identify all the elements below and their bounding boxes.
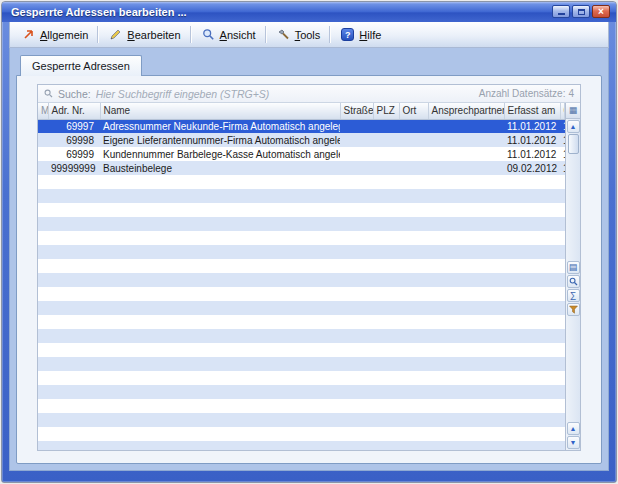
tab-gesperrte-adressen[interactable]: Gesperrte Adressen: [20, 55, 142, 76]
cell-m: [38, 119, 48, 133]
menu-item-ansicht[interactable]: Ansicht: [194, 25, 263, 44]
cell-strasse: [340, 343, 373, 357]
table-row[interactable]: 99999999Bausteinbelege09.02.201213:: [38, 161, 565, 175]
menu-label: Tools: [295, 29, 321, 41]
empty-row[interactable]: [38, 175, 565, 189]
cell-name: [100, 371, 340, 385]
cell-ort: [399, 119, 428, 133]
cell-name: Kundennummer Barbelege-Kasse Automatisch…: [100, 147, 340, 161]
column-header-ge[interactable]: Ge: [560, 103, 565, 119]
empty-row[interactable]: [38, 413, 565, 427]
cell-ort: [399, 217, 428, 231]
table-row[interactable]: 69998Eigene Lieferantennummer-Firma Auto…: [38, 133, 565, 147]
cell-ort: [399, 441, 428, 450]
close-button[interactable]: ×: [592, 5, 610, 18]
sum-button[interactable]: ∑: [567, 289, 580, 302]
empty-row[interactable]: [38, 259, 565, 273]
tab-row: Gesperrte Adressen: [16, 54, 602, 75]
empty-row[interactable]: [38, 329, 565, 343]
minimize-icon: [558, 13, 565, 15]
empty-row[interactable]: [38, 357, 565, 371]
menu-item-hilfe[interactable]: ? Hilfe: [333, 25, 388, 44]
column-chooser-button[interactable]: ▦: [566, 103, 580, 119]
column-header-erfasst_am[interactable]: Erfasst am: [504, 103, 560, 119]
address-grid: Suche: Anzahl Datensätze: 4 MAdr. Nr.Nam…: [37, 84, 581, 451]
tools-icon: [276, 27, 291, 42]
menu-item-tools[interactable]: Tools: [269, 25, 328, 44]
column-chooser-icon: ▦: [569, 106, 578, 115]
cell-ge: [560, 385, 565, 399]
menu-separator: [329, 26, 331, 43]
empty-row[interactable]: [38, 273, 565, 287]
cell-strasse: [340, 203, 373, 217]
menu-item-bearbeiten[interactable]: Bearbeiten: [101, 25, 187, 44]
cell-strasse: [340, 259, 373, 273]
zoom-button[interactable]: [567, 275, 580, 288]
cell-erfasst_am: [504, 441, 560, 450]
cell-plz: [373, 399, 399, 413]
cell-name: [100, 259, 340, 273]
scroll-page-up-button[interactable]: ▲: [567, 422, 580, 435]
cell-m: [38, 189, 48, 203]
cell-erfasst_am: [504, 217, 560, 231]
empty-row[interactable]: [38, 399, 565, 413]
cell-name: [100, 329, 340, 343]
column-header-m[interactable]: M: [38, 103, 48, 119]
empty-row[interactable]: [38, 441, 565, 450]
column-header-ort[interactable]: Ort: [399, 103, 428, 119]
empty-row[interactable]: [38, 343, 565, 357]
menu-item-allgemein[interactable]: Allgemein: [14, 25, 95, 44]
column-header-name[interactable]: Name: [100, 103, 340, 119]
empty-row[interactable]: [38, 245, 565, 259]
grid-scrollbar[interactable]: ▦ ▲ ▤ ∑: [565, 103, 580, 450]
empty-row[interactable]: [38, 217, 565, 231]
empty-row[interactable]: [38, 189, 565, 203]
table-row[interactable]: 69999Kundennummer Barbelege-Kasse Automa…: [38, 147, 565, 161]
cell-ge: [560, 273, 565, 287]
cell-ort: [399, 427, 428, 441]
cell-erfasst_am: [504, 343, 560, 357]
filter-icon: [569, 305, 578, 314]
empty-row[interactable]: [38, 203, 565, 217]
cell-plz: [373, 301, 399, 315]
search-input[interactable]: [96, 87, 474, 101]
maximize-button[interactable]: [572, 5, 590, 18]
scroll-down-button[interactable]: ▼: [567, 436, 580, 449]
cell-erfasst_am: [504, 413, 560, 427]
empty-row[interactable]: [38, 371, 565, 385]
empty-row[interactable]: [38, 385, 565, 399]
table-row[interactable]: 69997Adressnummer Neukunde-Firma Automat…: [38, 119, 565, 133]
empty-row[interactable]: [38, 315, 565, 329]
cell-ge: [560, 329, 565, 343]
minimize-button[interactable]: [552, 5, 570, 18]
arrow-up-icon: ▲: [570, 425, 577, 432]
column-header-plz[interactable]: PLZ: [373, 103, 399, 119]
cell-plz: [373, 357, 399, 371]
cell-ort: [399, 259, 428, 273]
column-header-strasse[interactable]: Straße: [340, 103, 373, 119]
cell-adr_nr: [48, 343, 100, 357]
cell-ge: 13:: [560, 161, 565, 175]
layout-button[interactable]: ▤: [567, 261, 580, 274]
empty-row[interactable]: [38, 427, 565, 441]
column-header-ansprechpartner[interactable]: Ansprechpartner: [428, 103, 504, 119]
menu-separator: [97, 26, 99, 43]
scroll-up-button[interactable]: ▲: [567, 120, 580, 133]
empty-row[interactable]: [38, 301, 565, 315]
tab-label: Gesperrte Adressen: [32, 60, 130, 72]
edit-icon: [108, 27, 123, 42]
empty-row[interactable]: [38, 287, 565, 301]
column-header-adr_nr[interactable]: Adr. Nr.: [48, 103, 100, 119]
cell-ort: [399, 385, 428, 399]
empty-row[interactable]: [38, 231, 565, 245]
title-bar[interactable]: Gesperrte Adressen bearbeiten ... ×: [2, 2, 616, 22]
cell-adr_nr: 69998: [48, 133, 100, 147]
cell-m: [38, 175, 48, 189]
cell-m: [38, 427, 48, 441]
cell-strasse: [340, 329, 373, 343]
cell-ansprechpartner: [428, 441, 504, 450]
cell-m: [38, 133, 48, 147]
cell-name: [100, 287, 340, 301]
scrollbar-thumb[interactable]: [568, 134, 579, 154]
filter-button[interactable]: [567, 303, 580, 316]
